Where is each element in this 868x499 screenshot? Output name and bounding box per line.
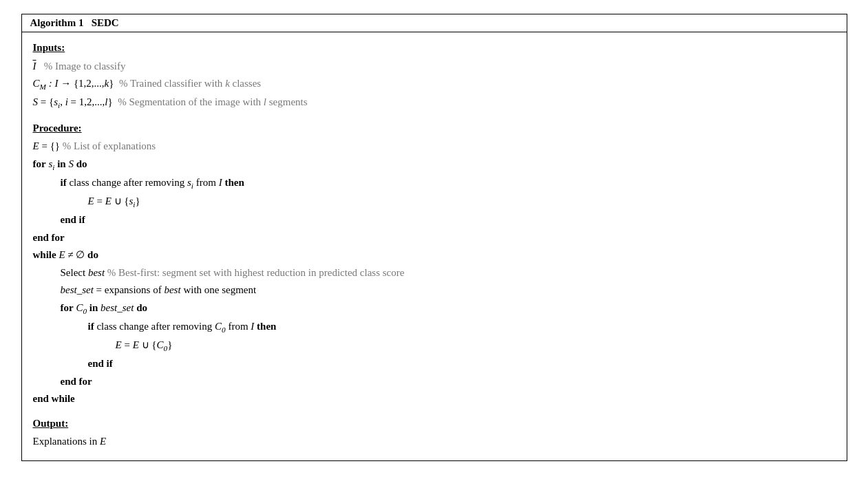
output-label: Output:	[33, 415, 836, 432]
proc-line-for2: for C0 in best_set do	[33, 299, 836, 318]
algorithm-number: Algorithm 1	[30, 17, 84, 28]
procedure-section: Procedure: E = {} % List of explanations…	[33, 120, 836, 408]
input-line-1: I % Image to classify	[33, 58, 836, 76]
proc-line-while: while E ≠ ∅ do	[33, 246, 836, 264]
proc-line-endwhile: end while	[33, 390, 836, 408]
proc-line-if2: if class change after removing C0 from I…	[33, 318, 836, 337]
proc-line-select: Select best % Best-first: segment set wi…	[33, 264, 836, 282]
algorithm-header: Algorithm 1 SEDC	[22, 14, 847, 32]
proc-line-endfor1: end for	[33, 229, 836, 247]
proc-line-e-union1: E = E ∪ {si}	[33, 193, 836, 211]
proc-line-endfor2: end for	[33, 373, 836, 391]
input-line-3: S = {si, i = 1,2,...,l} % Segmentation o…	[33, 94, 836, 112]
proc-line-if1: if class change after removing si from I…	[33, 174, 836, 193]
algorithm-body: Inputs: I % Image to classify CM : I → {…	[22, 32, 847, 460]
algorithm-box: Algorithm 1 SEDC Inputs: I % Image to cl…	[21, 14, 847, 461]
inputs-section: Inputs: I % Image to classify CM : I → {…	[33, 39, 836, 113]
output-section: Output: Explanations in E	[33, 415, 836, 451]
proc-line-endif2: end if	[33, 355, 836, 373]
proc-line-e-union2: E = E ∪ {C0}	[33, 337, 836, 355]
output-line: Explanations in E	[33, 433, 836, 451]
procedure-label: Procedure:	[33, 120, 836, 137]
proc-line-e-init: E = {} % List of explanations	[33, 138, 836, 156]
algorithm-title: SEDC	[92, 17, 119, 28]
proc-line-bestset: best_set = expansions of best with one s…	[33, 282, 836, 299]
proc-line-for1: for si in S do	[33, 156, 836, 174]
proc-line-endif1: end if	[33, 211, 836, 229]
input-line-2: CM : I → {1,2,...,k} % Trained classifie…	[33, 75, 836, 94]
inputs-label: Inputs:	[33, 39, 836, 56]
